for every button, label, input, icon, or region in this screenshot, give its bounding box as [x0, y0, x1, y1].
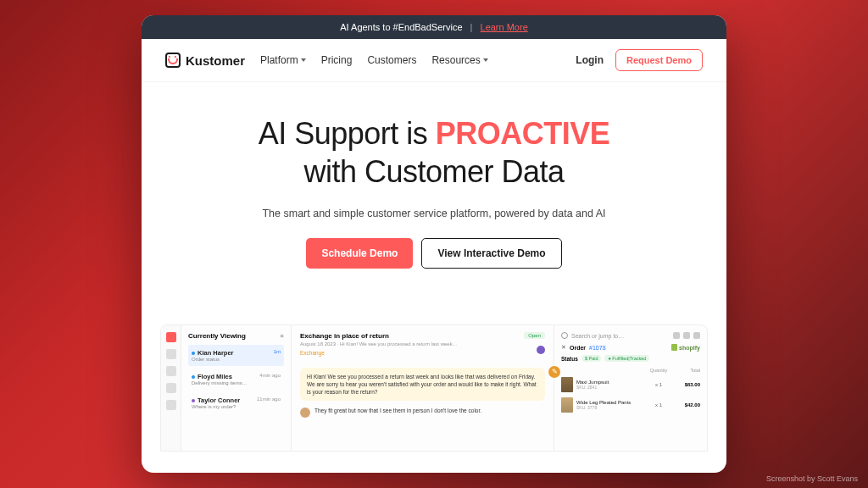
edit-icon[interactable]: ✎ [548, 366, 560, 378]
product-table: Quantity Total Maxi Jumpsuit SKU: 2841 x… [561, 366, 700, 415]
announcement-banner: AI Agents to #EndBadService | Learn More [142, 15, 726, 39]
close-icon[interactable]: × [280, 332, 284, 340]
sidebar-icon[interactable] [166, 400, 176, 410]
panel-action-icons [673, 332, 700, 339]
main-nav: Kustomer Platform Pricing Customers Reso… [142, 39, 726, 82]
close-icon[interactable]: ✕ [561, 344, 566, 351]
status-dot-icon [192, 352, 195, 355]
sidebar-icon[interactable] [166, 383, 176, 393]
list-header: Currently Viewing × [188, 332, 284, 340]
browser-window: AI Agents to #EndBadService | Learn More… [142, 15, 726, 473]
conversation-item[interactable]: 11min ago Taylor Conner Where is my orde… [188, 392, 284, 413]
bell-icon[interactable] [683, 332, 690, 339]
table-row: Maxi Jumpsuit SKU: 2841 x 1 $63.00 [561, 374, 700, 395]
product-thumbnail [561, 377, 573, 392]
avatar [300, 408, 310, 418]
shopify-badge: shopify [671, 344, 700, 351]
sidebar-icon[interactable] [166, 366, 176, 376]
conversation-thread: Open Exchange in place of return August … [292, 325, 554, 451]
chevron-down-icon [483, 58, 488, 62]
conversation-item[interactable]: 1m Kian Harper Order status [188, 345, 284, 366]
order-number[interactable]: #1078 [589, 345, 605, 351]
banner-link[interactable]: Learn More [481, 22, 528, 32]
status-dot-icon [192, 375, 195, 379]
table-header: Quantity Total [561, 366, 700, 374]
table-row: Wide Leg Pleated Pants SKU: 3778 x 1 $42… [561, 395, 700, 415]
app-preview: Currently Viewing × 1m Kian Harper Order… [160, 324, 708, 452]
sidebar-logo-icon [166, 332, 176, 342]
thread-tag: Exchange [300, 350, 325, 356]
request-demo-button[interactable]: Request Demo [615, 49, 703, 71]
search-icon [561, 332, 568, 339]
thread-title: Exchange in place of return [300, 332, 545, 340]
nav-right: Login Request Demo [576, 49, 703, 71]
paid-badge: $ Paid [581, 355, 602, 362]
thread-meta: August 18 2023 · Hi Kian! We see you pro… [300, 341, 545, 347]
hero-headline: AI Support is PROACTIVE with Customer Da… [175, 114, 693, 191]
banner-text: AI Agents to #EndBadService [340, 22, 462, 32]
brand-name: Kustomer [186, 53, 245, 68]
sidebar-icon[interactable] [166, 349, 176, 359]
screenshot-credit: Screenshot by Scott Evans [766, 474, 858, 483]
status-dot-icon [192, 399, 195, 402]
channel-icon [537, 346, 545, 354]
nav-links: Platform Pricing Customers Resources [260, 54, 488, 66]
nav-item-customers[interactable]: Customers [367, 54, 416, 66]
preview-sidebar [161, 325, 181, 451]
product-thumbnail [561, 397, 573, 413]
nav-item-pricing[interactable]: Pricing [321, 54, 353, 66]
filter-icon[interactable] [673, 332, 680, 339]
chevron-down-icon [301, 58, 306, 62]
schedule-demo-button[interactable]: Schedule Demo [306, 238, 413, 269]
shopify-icon [671, 344, 677, 351]
agent-message: Hi Kian! We see you processed a return l… [300, 368, 545, 401]
settings-icon[interactable] [693, 332, 700, 339]
cta-buttons: Schedule Demo View Interactive Demo [175, 238, 693, 269]
conversation-item[interactable]: 4min ago Floyd Miles Delivery missing it… [188, 369, 284, 390]
order-header: ✕ Order #1078 shopify [561, 344, 700, 351]
order-status: Status $ Paid ● Fulfilled|Tracked [561, 355, 700, 362]
customer-message: They fit great but now that I see them i… [300, 408, 545, 418]
login-link[interactable]: Login [576, 54, 604, 66]
brand-logo-icon [165, 53, 181, 68]
nav-item-platform[interactable]: Platform [260, 54, 306, 66]
banner-divider: | [470, 22, 473, 32]
status-badge: Open [524, 332, 545, 339]
search-input[interactable]: Search or jump to… [561, 332, 700, 339]
fulfilled-badge: ● Fulfilled|Tracked [604, 355, 649, 362]
nav-item-resources[interactable]: Resources [431, 54, 487, 66]
context-panel: Search or jump to… ✕ Order #1078 shopify… [554, 325, 707, 451]
hero-section: AI Support is PROACTIVE with Customer Da… [142, 82, 726, 284]
interactive-demo-button[interactable]: View Interactive Demo [421, 238, 561, 269]
conversation-list: Currently Viewing × 1m Kian Harper Order… [181, 325, 292, 451]
hero-subtitle: The smart and simple customer service pl… [175, 208, 693, 219]
brand-logo[interactable]: Kustomer [165, 53, 245, 68]
